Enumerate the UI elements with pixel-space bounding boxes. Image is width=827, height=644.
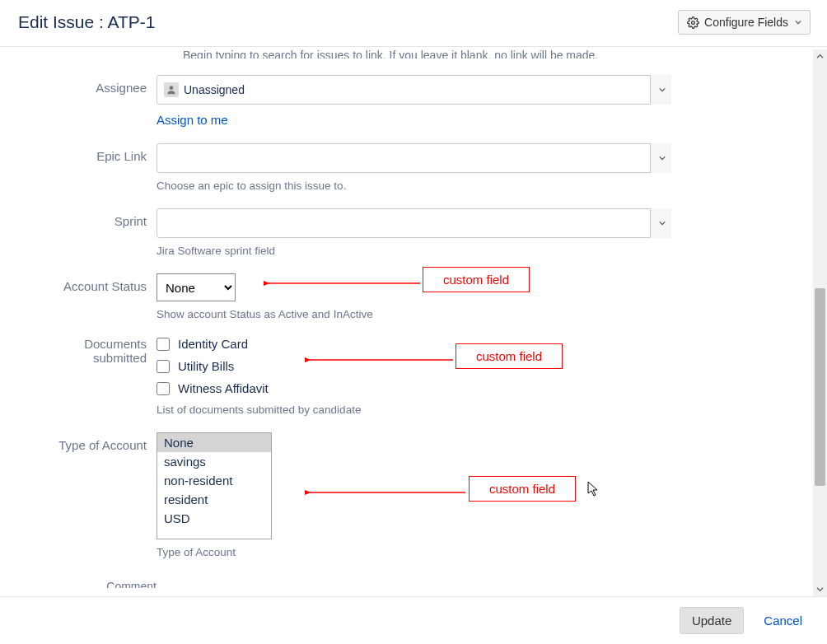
documents-checkbox-1[interactable] <box>157 360 170 373</box>
documents-option-0: Identity Card <box>157 337 671 351</box>
documents-label-2: submitted <box>93 351 147 365</box>
comment-row: Comment <box>16 576 811 588</box>
account-type-option-0[interactable]: None <box>157 433 271 452</box>
configure-fields-label: Configure Fields <box>704 16 788 29</box>
account-type-option-2[interactable]: non-resident <box>157 471 271 490</box>
chevron-down-icon <box>816 586 824 593</box>
unassigned-avatar-icon <box>164 82 179 97</box>
update-button[interactable]: Update <box>680 607 744 634</box>
account-type-label: Type of Account <box>16 432 157 452</box>
vertical-scrollbar[interactable] <box>813 49 827 596</box>
epic-link-label: Epic Link <box>16 143 157 163</box>
scrollbar-up-button[interactable] <box>813 49 827 63</box>
chevron-up-icon <box>816 53 824 60</box>
epic-helper: Choose an epic to assign this issue to. <box>157 180 671 192</box>
epic-link-row: Epic Link Choose an epic to assign this … <box>16 143 811 192</box>
epic-dropdown-toggle[interactable] <box>650 143 671 173</box>
assignee-label: Assignee <box>16 75 157 95</box>
documents-option-1: Utility Bills <box>157 359 671 373</box>
account-type-row: Type of Account None savings non-residen… <box>16 432 811 558</box>
form-scroll-area: Begin typing to search for issues to lin… <box>0 47 827 589</box>
sprint-helper: Jira Software sprint field <box>157 245 671 257</box>
dialog-title: Edit Issue : ATP-1 <box>18 12 156 32</box>
svg-point-1 <box>170 86 174 90</box>
configure-fields-button[interactable]: Configure Fields <box>678 10 811 35</box>
documents-label-1: Documents <box>84 337 147 351</box>
account-status-select[interactable]: None <box>157 273 236 301</box>
dialog-header: Edit Issue : ATP-1 Configure Fields <box>0 0 827 47</box>
sprint-dropdown-toggle[interactable] <box>650 208 671 238</box>
scrollbar-thumb[interactable] <box>815 288 825 486</box>
chevron-down-icon <box>659 220 666 226</box>
assignee-row: Assignee Unassigned Assign to me <box>16 75 811 127</box>
documents-option-label: Witness Affidavit <box>178 381 269 395</box>
dialog-footer: Update Cancel <box>0 596 827 644</box>
account-type-option-3[interactable]: resident <box>157 490 271 509</box>
account-type-helper: Type of Account <box>157 546 671 558</box>
assignee-value: Unassigned <box>184 83 245 96</box>
account-type-option-1[interactable]: savings <box>157 452 271 471</box>
comment-label: Comment <box>16 576 157 588</box>
documents-option-label: Utility Bills <box>178 359 234 373</box>
epic-link-picker[interactable] <box>157 143 671 173</box>
account-status-row: Account Status None Show account Status … <box>16 273 811 320</box>
sprint-picker[interactable] <box>157 208 671 238</box>
documents-row: Documents submitted Identity Card Utilit… <box>16 337 811 416</box>
link-issue-helper: Begin typing to search for issues to lin… <box>183 47 811 58</box>
sprint-row: Sprint Jira Software sprint field <box>16 208 811 257</box>
scrollbar-down-button[interactable] <box>813 582 827 596</box>
svg-point-0 <box>692 21 695 24</box>
assignee-picker[interactable]: Unassigned <box>157 75 671 105</box>
chevron-down-icon <box>659 155 666 161</box>
chevron-down-icon <box>659 86 666 93</box>
sprint-label: Sprint <box>16 208 157 228</box>
documents-option-label: Identity Card <box>178 337 248 351</box>
account-type-multiselect[interactable]: None savings non-resident resident USD <box>157 432 272 539</box>
documents-checkbox-0[interactable] <box>157 338 170 351</box>
assign-to-me-link[interactable]: Assign to me <box>157 113 228 127</box>
account-type-option-4[interactable]: USD <box>157 509 271 528</box>
account-status-helper: Show account Status as Active and InActi… <box>157 308 671 320</box>
gear-icon <box>687 16 699 29</box>
cancel-button[interactable]: Cancel <box>759 613 807 628</box>
account-status-label: Account Status <box>16 273 157 293</box>
documents-checkbox-2[interactable] <box>157 382 170 395</box>
assignee-dropdown-toggle[interactable] <box>650 75 671 105</box>
chevron-down-icon <box>795 19 801 26</box>
documents-helper: List of documents submitted by candidate <box>157 404 671 416</box>
documents-option-2: Witness Affidavit <box>157 381 671 395</box>
